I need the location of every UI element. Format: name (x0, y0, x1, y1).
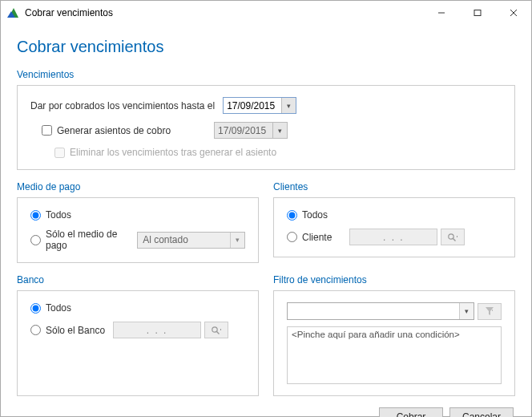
until-date-picker[interactable]: ▾ (223, 97, 296, 114)
cancelar-button[interactable]: Cancelar (449, 407, 514, 417)
content-area: Cobrar vencimientos Vencimientos Dar por… (1, 25, 531, 417)
svg-line-7 (453, 238, 456, 241)
window-title: Cobrar vencimientos (25, 7, 423, 18)
medio-solo-input[interactable] (30, 235, 41, 245)
section-label-clientes: Clientes (273, 181, 515, 192)
banco-todos-radio[interactable]: Todos (30, 302, 71, 314)
svg-line-9 (217, 331, 220, 334)
filter-apply-button (478, 303, 502, 320)
cliente-lookup-button (441, 229, 465, 245)
clientes-todos-radio[interactable]: Todos (287, 209, 328, 221)
svg-point-8 (212, 326, 217, 331)
clientes-cliente-input[interactable] (287, 232, 297, 242)
page-title: Cobrar vencimientos (17, 38, 515, 56)
generate-entries-checkbox[interactable]: Generar asientos de cobro (42, 125, 171, 136)
medio-select: Al contado ▾ (137, 232, 245, 249)
medio-select-value: Al contado (138, 233, 230, 248)
clientes-cliente-label: Cliente (302, 232, 332, 243)
maximize-icon (474, 9, 482, 17)
clientes-todos-input[interactable] (287, 210, 297, 221)
chevron-down-icon[interactable]: ▾ (459, 303, 474, 319)
medio-todos-input[interactable] (30, 210, 41, 221)
filter-placeholder: <Pinche aquí para añadir una condición> (292, 330, 460, 339)
banco-code-field: . . . (113, 322, 201, 338)
clientes-cliente-radio[interactable]: Cliente (287, 232, 332, 243)
until-date-input[interactable] (224, 98, 281, 113)
search-icon (447, 233, 458, 242)
section-label-medio: Medio de pago (17, 181, 259, 192)
search-icon (211, 326, 222, 335)
titlebar: Cobrar vencimientos (1, 1, 531, 25)
until-label: Dar por cobrados los vencimientos hasta … (30, 100, 215, 111)
medio-solo-radio[interactable]: Sólo el medio de pago (30, 229, 130, 251)
cobrar-button[interactable]: Cobrar (379, 407, 443, 417)
clientes-box: Todos Cliente . . . (273, 197, 515, 257)
banco-lookup-button (204, 322, 228, 338)
delete-after-label: Eliminar los vencimientos tras generar e… (70, 147, 276, 158)
section-label-vencimientos: Vencimientos (17, 69, 515, 80)
banco-box: Todos Sólo el Banco . . . (17, 290, 259, 396)
clientes-todos-label: Todos (302, 209, 328, 221)
delete-after-input (54, 148, 65, 158)
medio-solo-label: Sólo el medio de pago (46, 229, 130, 251)
delete-after-checkbox: Eliminar los vencimientos tras generar e… (54, 147, 276, 158)
section-label-filtro: Filtro de vencimientos (273, 274, 515, 285)
filter-combo-value (288, 303, 459, 319)
app-icon (7, 6, 20, 19)
banco-solo-input[interactable] (30, 325, 41, 335)
cliente-code-field: . . . (349, 229, 437, 245)
funnel-icon (485, 306, 494, 316)
section-label-banco: Banco (17, 274, 259, 285)
chevron-down-icon: ▾ (272, 123, 287, 138)
banco-solo-label: Sólo el Banco (46, 325, 105, 336)
minimize-icon (437, 9, 445, 17)
button-bar: Cobrar Cancelar (17, 407, 515, 417)
banco-todos-input[interactable] (30, 303, 41, 314)
svg-point-6 (449, 233, 453, 238)
maximize-button[interactable] (459, 1, 495, 25)
dialog-window: Cobrar vencimientos Cobrar vencimientos … (0, 0, 532, 417)
chevron-down-icon[interactable]: ▾ (281, 98, 296, 113)
close-icon (510, 9, 518, 17)
filtro-box: ▾ <Pinche aquí para añadir una condición… (273, 290, 515, 396)
entries-date-input (215, 123, 272, 138)
chevron-down-icon: ▾ (230, 233, 244, 248)
banco-solo-radio[interactable]: Sólo el Banco (30, 325, 105, 336)
medio-todos-radio[interactable]: Todos (30, 209, 71, 221)
generate-entries-input[interactable] (42, 125, 52, 136)
minimize-button[interactable] (423, 1, 459, 25)
entries-date-picker: ▾ (214, 122, 288, 139)
medio-box: Todos Sólo el medio de pago Al contado ▾ (17, 197, 259, 263)
close-button[interactable] (495, 1, 531, 25)
svg-rect-3 (474, 10, 481, 16)
vencimientos-box: Dar por cobrados los vencimientos hasta … (17, 85, 515, 170)
filter-combo[interactable]: ▾ (287, 302, 474, 320)
filter-condition-list[interactable]: <Pinche aquí para añadir una condición> (287, 326, 502, 384)
generate-entries-label: Generar asientos de cobro (57, 125, 171, 136)
medio-todos-label: Todos (46, 209, 71, 221)
banco-todos-label: Todos (46, 302, 71, 314)
